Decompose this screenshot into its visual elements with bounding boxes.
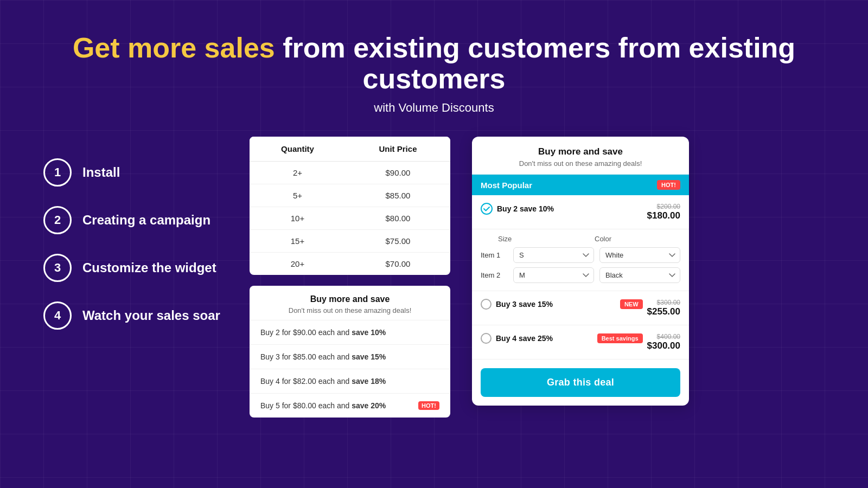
price-cell: $90.00 (346, 162, 450, 184)
qty-cell: 2+ (250, 162, 346, 184)
buy-more-item: Buy 2 for $90.00 each and save 10% (250, 320, 450, 345)
step-item-1: 1 Install (43, 158, 228, 187)
buy-more-text: Buy 3 for $85.00 each and save 15% (260, 352, 386, 361)
buy-more-panel: Buy more and save Don't miss out on thes… (250, 286, 450, 418)
price-table-panel: Quantity Unit Price 2+$90.005+$85.0010+$… (250, 137, 450, 275)
deal-original-price-2: $300.00 (647, 299, 680, 306)
buy-more-item: Buy 4 for $82.00 each and save 18% (250, 369, 450, 394)
step-circle-1: 1 (43, 158, 72, 187)
buy-more-text: Buy 4 for $82.00 each and save 18% (260, 377, 386, 386)
price-table-row: 15+$75.00 (250, 230, 450, 253)
deal-radio-3[interactable] (481, 333, 492, 344)
svg-point-0 (481, 203, 492, 214)
qty-cell: 15+ (250, 230, 346, 253)
buy-more-header: Buy more and save Don't miss out on thes… (250, 286, 450, 320)
best-savings-badge: Best savings (597, 333, 643, 343)
color-select-1[interactable]: White Black Red Blue (599, 247, 680, 263)
check-icon-1 (481, 203, 493, 215)
step-label-3: Customize the widget (82, 260, 216, 275)
price-table: Quantity Unit Price 2+$90.005+$85.0010+$… (250, 137, 450, 275)
variants-area: Size Color Item 1 S M L XL White (472, 229, 689, 291)
page-header: Get more sales from existing customers f… (43, 33, 825, 115)
widget-header: Buy more and save Don't miss out on thes… (472, 137, 689, 175)
deal-option-1[interactable]: Buy 2 save 10% $200.00 $180.00 (472, 195, 689, 229)
save-text: save 15% (352, 352, 386, 361)
step-circle-3: 3 (43, 254, 72, 282)
buy-more-title: Buy more and save (260, 294, 439, 304)
price-table-row: 5+$85.00 (250, 184, 450, 207)
variant-row-1: Item 1 S M L XL White Black Red Blue (481, 247, 680, 263)
price-table-row: 2+$90.00 (250, 162, 450, 184)
middle-column: Quantity Unit Price 2+$90.005+$85.0010+$… (250, 137, 450, 418)
price-cell: $80.00 (346, 207, 450, 230)
deal-original-price-3: $400.00 (647, 333, 680, 341)
deal-price-area-3: $400.00 $300.00 (647, 333, 680, 351)
most-popular-label: Most Popular (481, 181, 532, 190)
deal-label-3: Buy 4 save 25% (496, 334, 593, 343)
price-cell: $75.00 (346, 230, 450, 253)
step-item-4: 4 Watch your sales soar (43, 301, 228, 330)
buy-more-subtitle: Don't miss out on these amazing deals! (260, 306, 439, 314)
variant-item-label-2: Item 2 (481, 271, 508, 279)
size-select-1[interactable]: S M L XL (513, 247, 594, 263)
step-circle-2: 2 (43, 206, 72, 234)
steps-column: 1 Install 2 Creating a campaign 3 Custom… (43, 137, 228, 330)
deal-new-price-1: $180.00 (647, 210, 680, 221)
step-item-3: 3 Customize the widget (43, 254, 228, 282)
most-popular-bar: Most Popular HOT! (472, 175, 689, 195)
size-select-2[interactable]: S M L XL (513, 267, 594, 283)
step-label-4: Watch your sales soar (82, 308, 220, 323)
hot-badge: HOT! (418, 401, 439, 410)
header-subtitle: with Volume Discounts (43, 101, 825, 115)
deal-label-2: Buy 3 save 15% (496, 300, 616, 309)
new-badge: NEW (620, 299, 643, 309)
widget-title: Buy more and save (483, 146, 678, 157)
step-label-1: Install (82, 165, 120, 180)
page-title: Get more sales from existing customers f… (43, 33, 825, 94)
widget-panel: Buy more and save Don't miss out on thes… (472, 137, 689, 406)
col-unit-price: Unit Price (346, 137, 450, 162)
hot-tag: HOT! (657, 180, 680, 190)
buy-more-items: Buy 2 for $90.00 each and save 10%Buy 3 … (250, 320, 450, 418)
price-table-row: 20+$70.00 (250, 253, 450, 275)
save-text: save 18% (352, 377, 386, 386)
buy-more-text: Buy 5 for $80.00 each and save 20% (260, 401, 386, 410)
deal-option-2[interactable]: Buy 3 save 15% NEW $300.00 $255.00 (472, 291, 689, 325)
deal-new-price-3: $300.00 (647, 341, 680, 351)
widget-subtitle: Don't miss out on these amazing deals! (483, 159, 678, 168)
deal-original-price-1: $200.00 (647, 203, 680, 210)
content-area: 1 Install 2 Creating a campaign 3 Custom… (43, 137, 825, 418)
size-col-label: Size (498, 235, 584, 243)
buy-more-text: Buy 2 for $90.00 each and save 10% (260, 328, 386, 337)
save-text: save 10% (352, 328, 386, 337)
qty-cell: 20+ (250, 253, 346, 275)
qty-cell: 10+ (250, 207, 346, 230)
buy-more-item: Buy 3 for $85.00 each and save 15% (250, 345, 450, 369)
price-cell: $85.00 (346, 184, 450, 207)
step-label-2: Creating a campaign (82, 213, 210, 228)
deal-option-3[interactable]: Buy 4 save 25% Best savings $400.00 $300… (472, 325, 689, 359)
variant-item-label-1: Item 1 (481, 251, 508, 259)
deal-label-1: Buy 2 save 10% (497, 204, 643, 213)
deal-price-area-2: $300.00 $255.00 (647, 299, 680, 317)
color-col-label: Color (595, 235, 680, 243)
step-item-2: 2 Creating a campaign (43, 206, 228, 234)
price-cell: $70.00 (346, 253, 450, 275)
title-white: from existing customers (283, 32, 610, 63)
grab-deal-button[interactable]: Grab this deal (481, 368, 680, 397)
title-highlight: Get more sales (73, 32, 275, 63)
save-text: save 20% (352, 401, 386, 410)
variant-row-2: Item 2 S M L XL White Black Red Blue (481, 267, 680, 283)
step-circle-4: 4 (43, 301, 72, 330)
variants-header: Size Color (481, 235, 680, 243)
right-column: Buy more and save Don't miss out on thes… (472, 137, 689, 406)
buy-more-item: Buy 5 for $80.00 each and save 20%HOT! (250, 394, 450, 418)
deal-new-price-2: $255.00 (647, 306, 680, 317)
color-select-2[interactable]: White Black Red Blue (599, 267, 680, 283)
qty-cell: 5+ (250, 184, 346, 207)
col-quantity: Quantity (250, 137, 346, 162)
deal-radio-2[interactable] (481, 299, 492, 310)
price-table-row: 10+$80.00 (250, 207, 450, 230)
deal-price-area-1: $200.00 $180.00 (647, 203, 680, 221)
